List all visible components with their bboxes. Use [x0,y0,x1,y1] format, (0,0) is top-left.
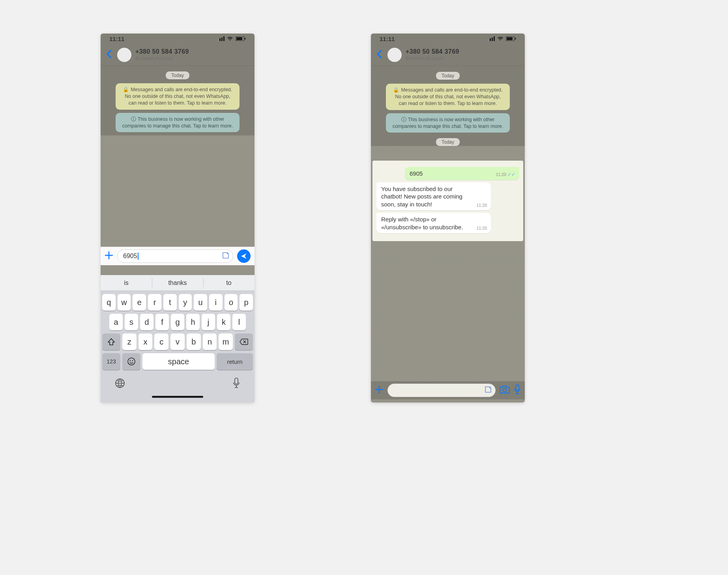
battery-icon [236,36,246,41]
chat-header-text[interactable]: +380 50 584 3769 Business Account [135,48,189,61]
key-z[interactable]: z [122,333,137,350]
svg-point-19 [503,388,507,392]
key-o[interactable]: o [225,294,238,311]
dictation-button[interactable] [232,378,240,390]
lock-icon: 🔒 [393,87,399,93]
key-w[interactable]: w [118,294,131,311]
wifi-icon [497,36,503,41]
key-emoji[interactable] [122,353,140,370]
send-icon [240,253,247,260]
key-x[interactable]: x [138,333,153,350]
message-text: 6905 [410,170,423,177]
key-return[interactable]: return [217,353,253,370]
key-q[interactable]: q [102,294,116,311]
message-text: Reply with «/stop» or «/unsubscribe» to … [381,216,463,230]
svg-point-7 [128,358,135,365]
lock-icon: 🔒 [123,87,129,92]
sticker-icon [222,251,230,259]
business-banner[interactable]: ⓘThis business is now working with other… [116,113,240,133]
business-banner-text: This business is now working with other … [122,116,233,129]
svg-rect-0 [217,39,219,41]
chat-title: +380 50 584 3769 [135,48,189,55]
attach-button[interactable] [105,250,113,262]
message-input[interactable]: 6905 [117,249,233,263]
attach-button[interactable] [375,384,384,397]
back-button[interactable] [105,49,113,61]
key-k[interactable]: k [217,314,230,330]
svg-rect-15 [494,36,495,41]
key-c[interactable]: c [154,333,168,350]
encryption-banner[interactable]: 🔒Messages and calls are end-to-end encry… [386,84,510,110]
key-a[interactable]: a [109,314,123,330]
message-input-bar [371,381,525,399]
svg-rect-20 [516,385,519,390]
message-received[interactable]: Reply with «/stop» or «/unsubscribe» to … [376,213,491,233]
key-space[interactable]: space [142,353,215,370]
key-h[interactable]: h [186,314,200,330]
svg-rect-13 [490,38,491,41]
message-input[interactable] [387,384,496,397]
chat-subtitle: Business Account [135,56,189,61]
encryption-banner[interactable]: 🔒Messages and calls are end-to-end encry… [116,83,240,110]
message-time: 11:20✓✓ [496,172,515,178]
key-i[interactable]: i [209,294,223,311]
svg-point-8 [130,360,131,361]
key-g[interactable]: g [171,314,184,330]
keyboard-predictions: is thanks to [101,275,255,291]
svg-rect-6 [245,38,246,39]
key-p[interactable]: p [240,294,253,311]
avatar[interactable] [387,48,402,62]
send-button[interactable] [237,249,251,263]
chevron-left-icon [106,50,112,58]
chat-header-text[interactable]: +380 50 584 3769 Business Account [406,48,459,61]
emoji-icon [127,357,136,366]
message-received[interactable]: You have subscribed to our chatbot! New … [376,182,491,211]
key-d[interactable]: d [140,314,153,330]
message-input-bar: 6905 [101,247,255,265]
prediction-1[interactable]: is [101,275,152,290]
avatar[interactable] [117,48,131,62]
keyboard-row-4: 123 space return [101,350,255,370]
chevron-left-icon [376,50,382,58]
svg-rect-3 [223,36,225,41]
voice-button[interactable] [514,384,521,396]
sticker-button[interactable] [222,251,230,261]
key-e[interactable]: e [133,294,146,311]
key-v[interactable]: v [170,333,185,350]
svg-point-9 [132,360,133,361]
plus-icon [375,385,384,394]
key-u[interactable]: u [194,294,207,311]
message-text: You have subscribed to our chatbot! New … [381,185,462,208]
key-m[interactable]: m [219,333,233,350]
key-backspace[interactable] [235,333,253,350]
globe-icon [115,378,125,388]
message-sent[interactable]: 6905 11:20✓✓ [405,167,519,180]
key-y[interactable]: y [179,294,192,311]
sticker-button[interactable] [484,386,492,395]
key-t[interactable]: t [163,294,177,311]
status-time: 11:11 [109,36,124,42]
key-n[interactable]: n [203,333,217,350]
key-r[interactable]: r [148,294,161,311]
phone-screenshot-right: 11:11 +380 50 584 3769 Business Account … [371,34,525,403]
key-b[interactable]: b [187,333,201,350]
business-banner[interactable]: ⓘThis business is now working with other… [386,113,510,133]
back-button[interactable] [375,49,384,61]
key-s[interactable]: s [125,314,138,330]
chat-title: +380 50 584 3769 [406,48,459,55]
prediction-3[interactable]: to [203,275,255,290]
read-ticks-icon: ✓✓ [507,172,515,177]
info-icon: ⓘ [131,116,136,122]
key-shift[interactable] [102,333,120,350]
svg-rect-14 [492,37,493,41]
key-j[interactable]: j [202,314,215,330]
wifi-icon [227,36,233,41]
key-f[interactable]: f [155,314,169,330]
home-indicator[interactable] [152,396,203,398]
prediction-2[interactable]: thanks [152,275,203,290]
key-123[interactable]: 123 [102,353,120,370]
message-time: 11:20 [477,226,487,231]
globe-button[interactable] [115,378,125,390]
camera-button[interactable] [500,385,510,395]
key-l[interactable]: l [232,314,246,330]
